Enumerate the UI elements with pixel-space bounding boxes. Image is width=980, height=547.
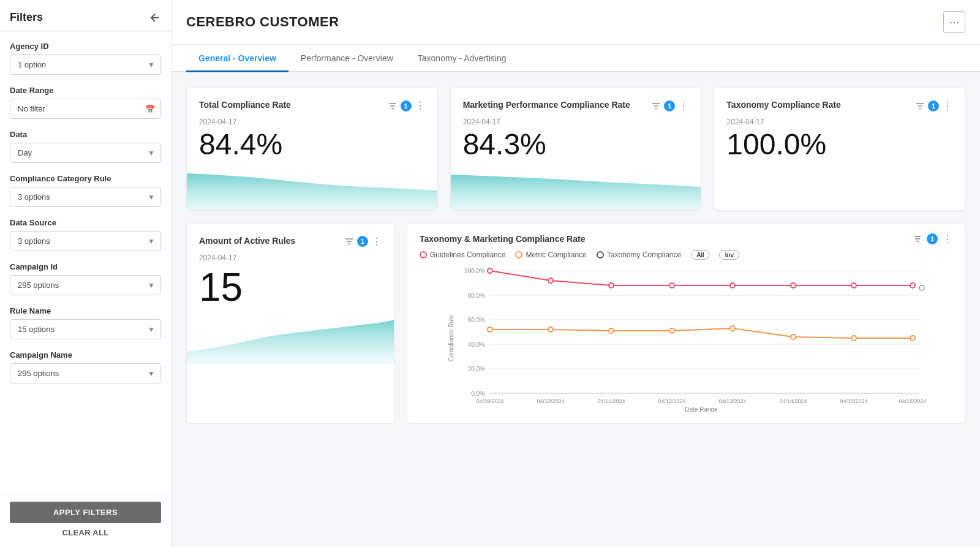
guideline-dot-0	[488, 268, 492, 273]
kpi-card-title-mpcr: Marketing Performance Compliance Rate	[463, 100, 652, 110]
sidebar-title: Filters	[10, 11, 43, 24]
filter-select-campaign-name[interactable]: 295 options	[10, 363, 161, 383]
y-label-60: 60.0%	[468, 317, 485, 323]
compliance-chart-card: Taxonomy & Marketing Compliance Rate 1	[407, 223, 965, 424]
guideline-dot-6	[851, 283, 856, 288]
more-menu-button-tcr2[interactable]: ⋮	[943, 100, 952, 111]
kpi-card-title-tcr: Total Compliance Rate	[199, 100, 388, 110]
x-label-5: 04/14/2024	[779, 398, 807, 404]
kpi-date-mpcr: 2024-04-17	[463, 118, 689, 126]
clear-all-button[interactable]: CLEAR ALL	[10, 528, 161, 537]
tab-general-overview[interactable]: General - Overview	[186, 45, 288, 72]
filter-button-compliance-chart[interactable]	[913, 235, 922, 243]
x-label-1: 04/10/2024	[537, 398, 564, 404]
filter-group-agency-id: Agency ID 1 option ▼	[10, 42, 161, 75]
y-label-0: 0.0%	[471, 390, 485, 397]
filter-select-wrap-data: Day ▼	[10, 143, 161, 163]
rules-chart	[187, 315, 394, 364]
more-menu-button-mpcr[interactable]: ⋮	[679, 100, 688, 111]
legend-label-guidelines: Guidelines Compliance	[430, 251, 505, 259]
ellipsis-icon: ⋯	[949, 17, 959, 28]
legend-label-taxonomy: Taxonomy Compliance	[607, 251, 681, 259]
filter-badge-compliance-chart: 1	[927, 233, 938, 244]
filter-select-wrap-rule-name: 15 options ▼	[10, 319, 161, 339]
filter-label-campaign-name: Campaign Name	[10, 350, 161, 360]
sidebar-filters: Agency ID 1 option ▼ Date Range No filte…	[0, 32, 171, 494]
filter-select-rule-name[interactable]: 15 options	[10, 319, 161, 339]
legend-label-metric: Metric Compliance	[526, 251, 586, 259]
filter-group-data-source: Data Source 3 options ▼	[10, 218, 161, 251]
filter-group-compliance-category-rule: Compliance Category Rule 3 options ▼	[10, 174, 161, 207]
filter-label-agency-id: Agency ID	[10, 42, 161, 51]
sidebar-collapse-button[interactable]	[149, 12, 161, 24]
filter-badge-tcr2: 1	[928, 100, 939, 111]
guideline-dot-5	[791, 283, 796, 288]
kpi-card-total-compliance-rate: Total Compliance Rate 1 ⋮	[186, 87, 438, 211]
bottom-row: Amount of Active Rules 1 ⋮	[186, 223, 965, 424]
x-label-0: 04/09/2024	[476, 398, 503, 404]
more-menu-button-tcr[interactable]: ⋮	[415, 100, 425, 111]
filter-button-mpcr[interactable]	[652, 102, 660, 110]
kpi-card-title-tcr2: Taxonomy Compliance Rate	[726, 100, 916, 110]
kpi-card-header-mpcr: Marketing Performance Compliance Rate 1	[463, 100, 689, 111]
filter-label-compliance-category-rule: Compliance Category Rule	[10, 174, 161, 183]
rules-card-actions: 1 ⋮	[345, 236, 382, 247]
x-label-7: 04/16/2024	[899, 398, 926, 404]
filter-select-wrap-agency-id: 1 option ▼	[10, 55, 161, 75]
tab-performance-overview[interactable]: Performance - Overview	[288, 45, 405, 72]
apply-filters-button[interactable]: APPLY FILTERS	[10, 502, 161, 523]
filter-select-compliance-category-rule[interactable]: 3 options	[10, 187, 161, 207]
legend-item-taxonomy: Taxonomy Compliance	[597, 251, 681, 259]
filter-button-tcr2[interactable]	[916, 102, 924, 110]
legend-item-guidelines: Guidelines Compliance	[420, 251, 505, 259]
legend-dot-taxonomy	[597, 251, 604, 258]
page-title: CEREBRO CUSTOMER	[186, 14, 339, 30]
filter-badge-rules: 1	[357, 236, 368, 247]
line-chart-svg: Compliance Rate 100.0% 80.0% 60.0% 40.0%	[420, 265, 952, 412]
filter-group-rule-name: Rule Name 15 options ▼	[10, 306, 161, 339]
metric-dot-6	[851, 336, 856, 341]
kpi-card-header-tcr2: Taxonomy Compliance Rate 1 ⋮	[726, 100, 952, 111]
more-menu-button-rules[interactable]: ⋮	[372, 236, 382, 247]
header-menu-button[interactable]: ⋯	[943, 11, 965, 33]
kpi-row: Total Compliance Rate 1 ⋮	[186, 87, 965, 211]
filter-select-date-range[interactable]: No filter	[10, 99, 161, 119]
kpi-card-header-tcr: Total Compliance Rate 1 ⋮	[199, 100, 425, 111]
metric-dot-4	[730, 326, 735, 331]
filter-button-tcr[interactable]	[388, 102, 397, 110]
more-menu-button-compliance-chart[interactable]: ⋮	[943, 233, 952, 245]
filter-label-rule-name: Rule Name	[10, 306, 161, 315]
filter-select-agency-id[interactable]: 1 option	[10, 55, 161, 75]
compliance-chart-header: Taxonomy & Marketing Compliance Rate 1	[420, 233, 952, 245]
filter-label-date-range: Date Range	[10, 86, 161, 95]
sidebar-header: Filters	[0, 0, 171, 32]
x-label-2: 04/11/2024	[597, 398, 625, 404]
filter-group-data: Data Day ▼	[10, 130, 161, 163]
legend-inv-button[interactable]: Inv	[719, 250, 739, 260]
main-header: CEREBRO CUSTOMER ⋯	[172, 0, 980, 45]
y-label-100: 100.0%	[464, 268, 485, 274]
filter-select-data-source[interactable]: 3 options	[10, 231, 161, 251]
y-label-40: 40.0%	[468, 341, 485, 348]
filter-select-data[interactable]: Day	[10, 143, 161, 163]
line-chart-container: Compliance Rate 100.0% 80.0% 60.0% 40.0%	[420, 265, 952, 413]
metric-dot-0	[488, 327, 492, 332]
y-axis-label: Compliance Rate	[448, 314, 454, 361]
metric-dot-1	[548, 327, 553, 332]
legend-all-button[interactable]: All	[691, 250, 709, 260]
rules-card: Amount of Active Rules 1 ⋮	[186, 223, 394, 424]
legend-dot-guidelines	[420, 251, 427, 258]
filter-button-rules[interactable]	[345, 237, 353, 246]
filter-select-wrap-data-source: 3 options ▼	[10, 231, 161, 251]
tab-taxonomy-advertising[interactable]: Taxonomy - Advertising	[405, 45, 519, 72]
filter-group-campaign-id: Campaign Id 295 options ▼	[10, 262, 161, 295]
filter-select-wrap-campaign-id: 295 options ▼	[10, 275, 161, 295]
sidebar: Filters Agency ID 1 option ▼	[0, 0, 172, 547]
guideline-dot-1	[548, 278, 553, 283]
kpi-value-mpcr: 84.3%	[463, 129, 689, 161]
x-label-6: 04/15/2024	[840, 398, 867, 404]
filter-select-campaign-id[interactable]: 295 options	[10, 275, 161, 295]
guideline-dot-3	[669, 283, 674, 288]
filter-badge-mpcr: 1	[664, 100, 675, 111]
sidebar-actions: APPLY FILTERS CLEAR ALL	[0, 494, 171, 547]
